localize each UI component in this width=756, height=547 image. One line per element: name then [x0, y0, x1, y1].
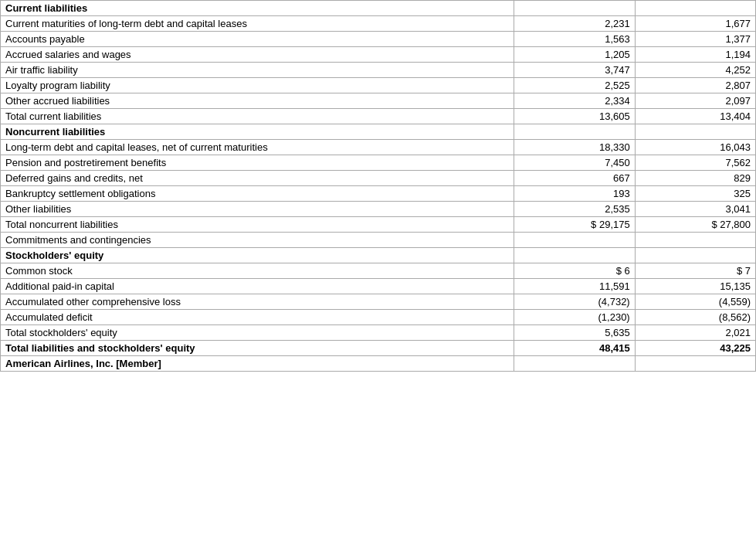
- value-cell-2: $ 7: [635, 263, 755, 279]
- label-cell: Air traffic liability: [1, 63, 514, 78]
- table-row: Bankruptcy settlement obligations193325: [1, 186, 756, 202]
- label-cell: Common stock: [1, 263, 514, 279]
- table-row: Other accrued liabilities2,3342,097: [1, 93, 756, 109]
- table-row: Loyalty program liability2,5252,807: [1, 78, 756, 93]
- value-cell-1: 2,231: [514, 16, 635, 32]
- label-cell: Loyalty program liability: [1, 78, 514, 93]
- label-cell: Current liabilities: [1, 1, 514, 16]
- value-cell-2: $ 27,800: [635, 217, 755, 233]
- value-cell-1: 1,563: [514, 32, 635, 47]
- table-row: Deferred gains and credits, net667829: [1, 171, 756, 186]
- value-cell-1: 2,535: [514, 202, 635, 217]
- table-row: Accumulated deficit(1,230)(8,562): [1, 310, 756, 325]
- label-cell: Other accrued liabilities: [1, 93, 514, 109]
- value-cell-1: 11,591: [514, 279, 635, 294]
- label-cell: Additional paid-in capital: [1, 279, 514, 294]
- table-row: Accounts payable1,5631,377: [1, 32, 756, 47]
- value-cell-2: 2,021: [635, 325, 755, 341]
- table-row: Total liabilities and stockholders' equi…: [1, 341, 756, 356]
- value-cell-1: 667: [514, 171, 635, 186]
- label-cell: Total noncurrent liabilities: [1, 217, 514, 233]
- table-row: Accrued salaries and wages1,2051,194: [1, 47, 756, 63]
- value-cell-1: 1,205: [514, 47, 635, 63]
- value-cell-1: 3,747: [514, 63, 635, 78]
- value-cell-1: 7,450: [514, 155, 635, 171]
- value-cell-1: 2,525: [514, 78, 635, 93]
- value-cell-2: 7,562: [635, 155, 755, 171]
- balance-sheet-table: Current liabilitiesCurrent maturities of…: [0, 0, 756, 372]
- value-cell-2: 2,097: [635, 93, 755, 109]
- value-cell-2: 1,194: [635, 47, 755, 63]
- label-cell: Commitments and contingencies: [1, 233, 514, 248]
- table-row: Total stockholders' equity5,6352,021: [1, 325, 756, 341]
- value-cell-1: $ 29,175: [514, 217, 635, 233]
- value-cell-2: [635, 1, 755, 16]
- value-cell-1: [514, 233, 635, 248]
- table-row: Air traffic liability3,7474,252: [1, 63, 756, 78]
- label-cell: Long-term debt and capital leases, net o…: [1, 140, 514, 155]
- value-cell-2: 1,377: [635, 32, 755, 47]
- table-row: Total noncurrent liabilities$ 29,175$ 27…: [1, 217, 756, 233]
- value-cell-2: [635, 233, 755, 248]
- table-row: Current liabilities: [1, 1, 756, 16]
- value-cell-2: 13,404: [635, 109, 755, 124]
- table-row: Total current liabilities13,60513,404: [1, 109, 756, 124]
- value-cell-1: 48,415: [514, 341, 635, 356]
- table-row: Commitments and contingencies: [1, 233, 756, 248]
- value-cell-2: 829: [635, 171, 755, 186]
- table-row: Common stock$ 6$ 7: [1, 263, 756, 279]
- label-cell: Noncurrent liabilities: [1, 124, 514, 140]
- table-row: Stockholders' equity: [1, 248, 756, 263]
- value-cell-1: 13,605: [514, 109, 635, 124]
- label-cell: Accounts payable: [1, 32, 514, 47]
- label-cell: Current maturities of long-term debt and…: [1, 16, 514, 32]
- label-cell: Total liabilities and stockholders' equi…: [1, 341, 514, 356]
- table-row: Current maturities of long-term debt and…: [1, 16, 756, 32]
- label-cell: Accrued salaries and wages: [1, 47, 514, 63]
- value-cell-2: 1,677: [635, 16, 755, 32]
- value-cell-1: $ 6: [514, 263, 635, 279]
- table-row: American Airlines, Inc. [Member]: [1, 356, 756, 372]
- value-cell-2: (4,559): [635, 294, 755, 310]
- value-cell-2: 15,135: [635, 279, 755, 294]
- value-cell-1: [514, 1, 635, 16]
- value-cell-1: (4,732): [514, 294, 635, 310]
- value-cell-1: 2,334: [514, 93, 635, 109]
- value-cell-2: 43,225: [635, 341, 755, 356]
- value-cell-2: (8,562): [635, 310, 755, 325]
- label-cell: Other liabilities: [1, 202, 514, 217]
- value-cell-1: [514, 356, 635, 372]
- value-cell-2: 2,807: [635, 78, 755, 93]
- value-cell-1: (1,230): [514, 310, 635, 325]
- value-cell-1: 18,330: [514, 140, 635, 155]
- value-cell-2: 3,041: [635, 202, 755, 217]
- value-cell-2: 16,043: [635, 140, 755, 155]
- label-cell: American Airlines, Inc. [Member]: [1, 356, 514, 372]
- label-cell: Accumulated other comprehensive loss: [1, 294, 514, 310]
- table-row: Long-term debt and capital leases, net o…: [1, 140, 756, 155]
- table-row: Pension and postretirement benefits7,450…: [1, 155, 756, 171]
- label-cell: Bankruptcy settlement obligations: [1, 186, 514, 202]
- label-cell: Deferred gains and credits, net: [1, 171, 514, 186]
- value-cell-2: 4,252: [635, 63, 755, 78]
- label-cell: Total current liabilities: [1, 109, 514, 124]
- table-row: Accumulated other comprehensive loss(4,7…: [1, 294, 756, 310]
- value-cell-1: 193: [514, 186, 635, 202]
- value-cell-1: [514, 248, 635, 263]
- label-cell: Pension and postretirement benefits: [1, 155, 514, 171]
- value-cell-2: [635, 124, 755, 140]
- label-cell: Total stockholders' equity: [1, 325, 514, 341]
- table-row: Noncurrent liabilities: [1, 124, 756, 140]
- label-cell: Stockholders' equity: [1, 248, 514, 263]
- value-cell-2: [635, 356, 755, 372]
- value-cell-2: 325: [635, 186, 755, 202]
- financial-table: Current liabilitiesCurrent maturities of…: [0, 0, 756, 547]
- label-cell: Accumulated deficit: [1, 310, 514, 325]
- value-cell-2: [635, 248, 755, 263]
- table-row: Other liabilities2,5353,041: [1, 202, 756, 217]
- table-row: Additional paid-in capital11,59115,135: [1, 279, 756, 294]
- value-cell-1: 5,635: [514, 325, 635, 341]
- value-cell-1: [514, 124, 635, 140]
